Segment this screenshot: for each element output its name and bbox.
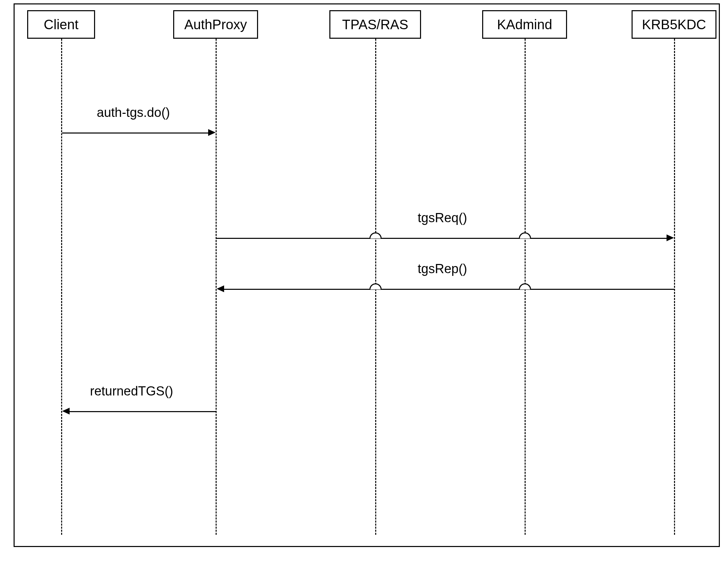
- message-tgsrep-arrow: [224, 289, 674, 290]
- participant-client: Client: [27, 10, 95, 39]
- message-returnedtgs-arrow: [70, 411, 216, 412]
- participant-tpasras: TPAS/RAS: [329, 10, 421, 39]
- participant-kadmind: KAdmind: [482, 10, 567, 39]
- participant-authproxy-label: AuthProxy: [184, 17, 247, 32]
- participant-authproxy: AuthProxy: [173, 10, 258, 39]
- message-tgsrep-label: tgsRep(): [418, 262, 467, 276]
- message-tgsrep-arrowhead: [217, 285, 224, 292]
- participant-krb5kdc-label: KRB5KDC: [642, 17, 706, 32]
- lifeline-krb5kdc: [674, 39, 675, 535]
- message-returnedtgs-label: returnedTGS(): [90, 384, 173, 399]
- message-returnedtgs-arrowhead: [62, 408, 70, 415]
- message-auth-tgs-do-arrow: [62, 133, 208, 134]
- sequence-diagram: Client AuthProxy TPAS/RAS KAdmind KRB5KD…: [0, 0, 728, 564]
- participant-krb5kdc: KRB5KDC: [632, 10, 716, 39]
- message-tgsreq-arrowhead: [667, 234, 674, 241]
- participant-client-label: Client: [44, 17, 78, 32]
- message-tgsreq-label: tgsReq(): [418, 211, 467, 225]
- lifeline-client: [61, 39, 62, 535]
- message-auth-tgs-do-label: auth-tgs.do(): [97, 105, 170, 120]
- message-auth-tgs-do-arrowhead: [208, 129, 216, 136]
- diagram-frame: [14, 3, 720, 547]
- message-tgsreq-arrow: [217, 238, 667, 239]
- participant-kadmind-label: KAdmind: [497, 17, 552, 32]
- participant-tpasras-label: TPAS/RAS: [342, 17, 408, 32]
